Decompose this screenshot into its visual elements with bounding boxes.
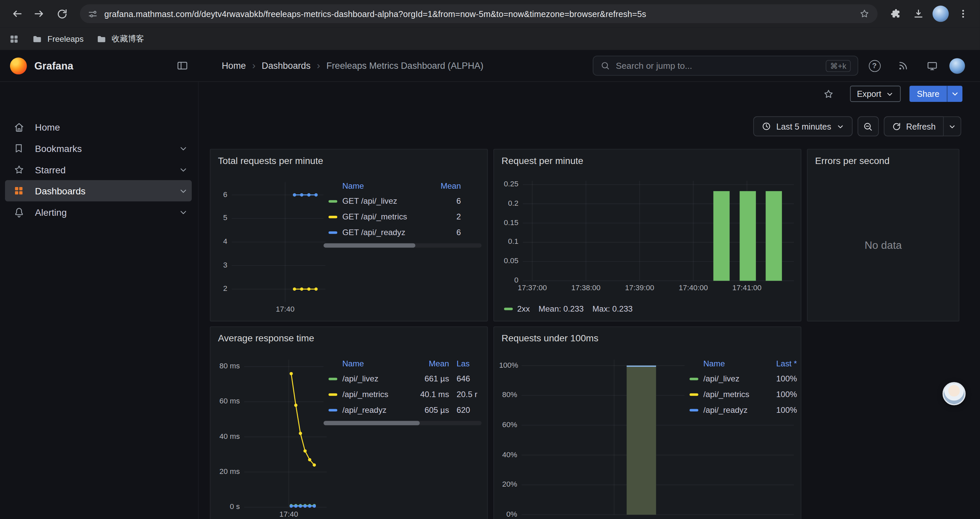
series-color-dash xyxy=(689,409,698,411)
y-axis-tick-label: 4 xyxy=(217,237,228,246)
user-avatar[interactable] xyxy=(949,58,965,73)
breadcrumb: Home › Dashboards › Freeleaps Metrics Da… xyxy=(222,61,484,71)
x-axis-tick-label: 17:38:00 xyxy=(571,283,600,292)
panel-legend-table: Name Mean GET /api/_livez 6 GET /api/_me… xyxy=(323,178,483,240)
bar-chart[interactable]: 0.250.20.150.10.05017:37:0017:38:0017:39… xyxy=(499,177,797,295)
column-header-mean[interactable]: Mean xyxy=(409,359,449,368)
column-header-name[interactable]: Name xyxy=(342,359,409,368)
scrollbar-thumb[interactable] xyxy=(323,243,415,248)
browser-menu-icon[interactable] xyxy=(953,3,974,24)
refresh-icon xyxy=(892,121,901,131)
help-icon[interactable]: ? xyxy=(862,54,887,77)
scrollbar-thumb[interactable] xyxy=(323,421,420,425)
sidebar-item-label: Bookmarks xyxy=(35,143,82,153)
apps-grid-icon[interactable] xyxy=(9,34,19,44)
horizontal-scrollbar[interactable] xyxy=(323,243,482,248)
news-rss-icon[interactable] xyxy=(891,54,916,77)
profile-avatar[interactable] xyxy=(930,3,951,24)
zoom-out-button[interactable] xyxy=(857,116,878,136)
panel-title[interactable]: Requests under 100ms xyxy=(494,327,800,348)
address-bar[interactable]: grafana.mathmast.com/d/deytv4rwavabkb/fr… xyxy=(80,4,878,23)
extensions-icon[interactable] xyxy=(885,3,906,24)
series-name[interactable]: /api/_metrics xyxy=(703,390,762,399)
bookmark-folder-blogs[interactable]: 收藏博客 xyxy=(96,33,144,45)
chevron-down-icon[interactable] xyxy=(179,144,188,153)
favorite-star-icon[interactable] xyxy=(816,83,841,105)
time-series-chart[interactable]: 6543217:40 xyxy=(217,178,329,316)
dashboard-canvas: Last 5 minutes Refresh xyxy=(199,104,980,519)
panel-legend-table: Name Mean Las /api/_livez 661 µs 646 /ap… xyxy=(323,356,483,417)
series-mean-value: 6 xyxy=(421,228,461,237)
breadcrumb-separator: › xyxy=(252,61,256,71)
series-name[interactable]: /api/_readyz xyxy=(342,405,409,414)
sidebar-item-starred[interactable]: Starred xyxy=(5,159,192,180)
sidebar-item-alerting[interactable]: Alerting xyxy=(5,201,192,223)
forward-icon[interactable] xyxy=(29,3,50,24)
series-name[interactable]: GET /api/_metrics xyxy=(342,212,421,222)
series-name[interactable]: /api/_metrics xyxy=(342,390,409,399)
series-color-dash xyxy=(329,409,337,411)
panel-title[interactable]: Errors per second xyxy=(808,150,959,171)
site-info-icon[interactable] xyxy=(88,8,98,19)
column-header-last[interactable]: Las xyxy=(449,359,483,368)
search-input[interactable]: Search or jump to... ⌘+k xyxy=(593,56,858,76)
bookmark-star-icon[interactable] xyxy=(859,8,870,19)
kiosk-monitor-icon[interactable] xyxy=(919,54,944,77)
horizontal-scrollbar[interactable] xyxy=(323,421,482,425)
export-button[interactable]: Export xyxy=(850,86,900,102)
chevron-down-icon[interactable] xyxy=(179,186,188,195)
share-dropdown-chevron[interactable] xyxy=(947,86,963,102)
panel-title[interactable]: Average response time xyxy=(210,327,487,348)
breadcrumb-home[interactable]: Home xyxy=(222,61,246,71)
y-axis-tick-label: 60 ms xyxy=(217,397,240,406)
column-header-last[interactable]: Last * xyxy=(762,359,797,368)
back-icon[interactable] xyxy=(6,3,28,24)
chevron-down-icon xyxy=(951,89,959,98)
chevron-down-icon[interactable] xyxy=(179,164,188,174)
sidebar-item-bookmarks[interactable]: Bookmarks xyxy=(5,137,192,159)
breadcrumb-current: Freeleaps Metrics Dashboard (ALPHA) xyxy=(326,61,483,71)
bell-icon xyxy=(12,206,25,218)
series-name[interactable]: /api/_livez xyxy=(703,374,762,383)
y-axis-tick-label: 20% xyxy=(499,480,517,489)
series-name[interactable]: GET /api/_readyz xyxy=(342,228,421,237)
sidebar-item-dashboards[interactable]: Dashboards xyxy=(5,180,192,201)
refresh-button[interactable]: Refresh xyxy=(884,116,943,136)
x-axis-tick-label: 17:40 xyxy=(276,305,294,313)
panel-average-response-time: Average response time 80 ms60 ms40 ms20 … xyxy=(210,326,488,519)
clock-icon xyxy=(761,121,771,131)
bookmark-folder-freeleaps[interactable]: Freeleaps xyxy=(32,34,83,44)
share-button[interactable]: Share xyxy=(909,86,963,102)
panel-title[interactable]: Request per minute xyxy=(494,150,800,171)
sidebar-item-label: Alerting xyxy=(35,207,67,217)
series-name[interactable]: /api/_readyz xyxy=(703,405,762,414)
legend-row: /api/_livez 100% xyxy=(684,371,797,386)
column-header-name[interactable]: Name xyxy=(342,181,421,190)
refresh-label: Refresh xyxy=(906,121,935,131)
breadcrumb-dashboards[interactable]: Dashboards xyxy=(262,61,310,71)
series-name[interactable]: 2xx xyxy=(517,304,530,313)
x-axis-tick-label: 17:41:00 xyxy=(732,283,762,292)
sidebar-item-home[interactable]: Home xyxy=(5,116,192,137)
share-label[interactable]: Share xyxy=(909,86,947,102)
folder-icon xyxy=(32,34,42,44)
series-name[interactable]: /api/_livez xyxy=(342,374,409,383)
legend-row: /api/_readyz 605 µs 620 xyxy=(323,402,483,418)
downloads-icon[interactable] xyxy=(908,3,929,24)
assistant-avatar[interactable] xyxy=(943,382,966,405)
column-header-name[interactable]: Name xyxy=(703,359,762,368)
legend-mean-stat: Mean: 0.233 xyxy=(539,304,584,313)
column-header-mean[interactable]: Mean xyxy=(421,181,461,190)
time-series-chart[interactable]: 80 ms60 ms40 ms20 ms0 s17:40 xyxy=(217,356,331,519)
url-text[interactable]: grafana.mathmast.com/d/deytv4rwavabkb/fr… xyxy=(104,9,853,18)
grafana-logo[interactable] xyxy=(10,57,27,74)
reload-icon[interactable] xyxy=(51,3,73,24)
panel-title[interactable]: Total requests per minute xyxy=(210,150,487,171)
series-name[interactable]: GET /api/_livez xyxy=(342,196,421,206)
time-range-picker[interactable]: Last 5 minutes xyxy=(753,116,852,136)
bookmark-label: Freeleaps xyxy=(48,34,83,43)
mega-menu-dock-icon[interactable] xyxy=(176,59,188,72)
brand-name: Grafana xyxy=(34,60,73,72)
refresh-interval-dropdown[interactable] xyxy=(943,116,961,136)
chevron-down-icon[interactable] xyxy=(179,208,188,217)
